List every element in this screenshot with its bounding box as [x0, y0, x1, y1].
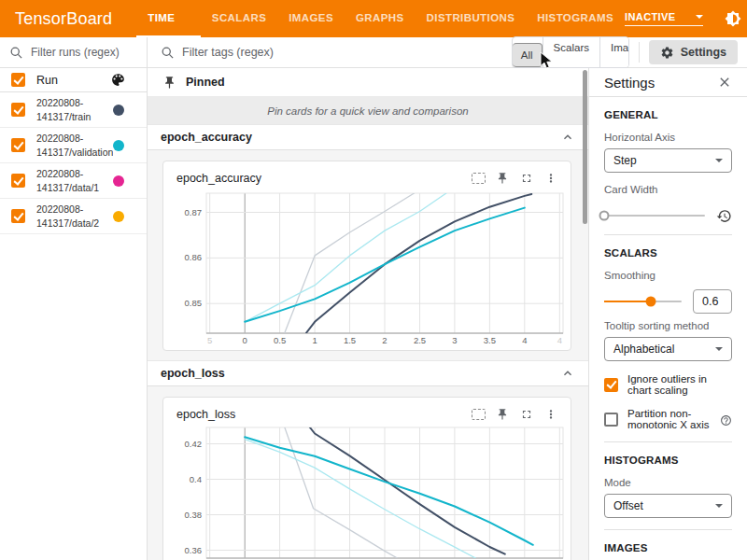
slider-thumb[interactable]: [599, 211, 610, 221]
filter-image-button[interactable]: Image: [599, 37, 629, 67]
epoch-accuracy-card: epoch_accuracy 0.850.860.8700.511.522.53…: [162, 161, 571, 351]
card-width-slider[interactable]: [604, 215, 705, 217]
tooltip-sorting-value: Alphabetical: [613, 343, 715, 356]
scrollbar-thumb[interactable]: [583, 70, 587, 224]
run-row[interactable]: 20220808-141317/validation: [0, 128, 147, 163]
filter-runs-input[interactable]: [31, 46, 137, 59]
fullscreen-icon[interactable]: [516, 170, 537, 187]
svg-text:3.5: 3.5: [484, 335, 496, 345]
settings-panel: Settings GENERAL Horizontal Axis Step Ca…: [588, 68, 747, 560]
tab-graphs[interactable]: GRAPHS: [345, 0, 416, 37]
caret-down-icon: [715, 159, 723, 162]
filter-runs-row: [0, 37, 147, 68]
run-name-line1: 20220808-: [36, 203, 83, 215]
tensorboard-app: TensorBoard TIME SERIES SCALARS IMAGES G…: [0, 0, 747, 560]
chevron-up-icon[interactable]: [560, 366, 575, 381]
fit-domain-icon[interactable]: [468, 170, 488, 187]
status-dropdown[interactable]: INACTIVE: [625, 11, 703, 26]
epoch-loss-card: epoch_loss 0.360.380.40.4200.511.522.533…: [162, 397, 571, 560]
run-checkbox[interactable]: [11, 174, 25, 188]
run-list-header: Run: [0, 68, 147, 92]
gear-icon: [660, 46, 674, 60]
section-heading: HISTOGRAMS: [604, 455, 732, 466]
help-icon[interactable]: [720, 413, 732, 426]
pin-card-icon[interactable]: [492, 170, 513, 187]
tab-scalars[interactable]: SCALARS: [201, 0, 277, 37]
svg-text:0.4: 0.4: [190, 474, 202, 484]
partition-x-axis-checkbox[interactable]: [604, 413, 618, 427]
epoch-accuracy-chart[interactable]: 0.850.860.8700.511.522.533.5454: [171, 189, 567, 346]
tab-histograms[interactable]: HISTOGRAMS: [526, 0, 625, 37]
tab-images[interactable]: IMAGES: [277, 0, 345, 37]
run-row[interactable]: 20220808-141317/train: [0, 92, 147, 128]
slider-thumb[interactable]: [645, 297, 655, 307]
more-options-icon[interactable]: [541, 170, 561, 187]
run-checkbox[interactable]: [11, 209, 25, 223]
settings-button[interactable]: Settings: [649, 40, 738, 64]
histogram-mode-select[interactable]: Offset: [604, 494, 732, 518]
card-title: epoch_loss: [176, 408, 464, 421]
svg-text:0: 0: [243, 335, 247, 345]
section-heading: SCALARS: [604, 247, 732, 259]
svg-text:0.85: 0.85: [185, 298, 203, 308]
filter-tags-input[interactable]: [182, 46, 504, 59]
pin-card-icon[interactable]: [492, 406, 513, 423]
pin-icon: [162, 76, 176, 90]
pinned-header: Pinned: [148, 68, 588, 97]
run-checkbox[interactable]: [11, 138, 25, 152]
settings-button-label: Settings: [681, 46, 726, 59]
smoothing-value-input[interactable]: [693, 289, 732, 314]
run-name-line2: 141317/validation: [36, 147, 113, 158]
main-nav: TIME SERIES SCALARS IMAGES GRAPHS DISTRI…: [136, 0, 625, 37]
ignore-outliers-row[interactable]: Ignore outliers in chart scaling: [604, 373, 732, 396]
filter-all-button[interactable]: All: [513, 43, 543, 67]
filter-scalars-button[interactable]: Scalars: [543, 37, 599, 67]
svg-text:1.5: 1.5: [344, 335, 356, 345]
run-master-checkbox[interactable]: [11, 73, 25, 87]
palette-icon[interactable]: [110, 72, 126, 88]
smoothing-label: Smoothing: [604, 270, 732, 281]
section-header-epoch-accuracy[interactable]: epoch_accuracy: [148, 124, 588, 150]
fullscreen-icon[interactable]: [516, 406, 537, 423]
fit-domain-icon[interactable]: [468, 406, 488, 423]
partition-x-axis-row[interactable]: Partition non-monotonic X axis: [604, 408, 732, 430]
settings-section-general: GENERAL Horizontal Axis Step Card Width: [604, 97, 732, 235]
run-color-dot: [113, 140, 124, 151]
settings-section-images: IMAGES Brightness Contrast: [604, 530, 732, 560]
run-color-dot: [113, 175, 124, 187]
close-icon[interactable]: [717, 75, 732, 90]
ignore-outliers-checkbox[interactable]: [604, 378, 618, 392]
horizontal-axis-value: Step: [613, 154, 715, 167]
tab-time-series[interactable]: TIME SERIES: [136, 0, 201, 37]
run-row[interactable]: 20220808-141317/data/2: [0, 199, 147, 234]
app-header: TensorBoard TIME SERIES SCALARS IMAGES G…: [0, 0, 747, 37]
svg-text:1: 1: [312, 335, 317, 345]
horizontal-axis-label: Horizontal Axis: [604, 132, 732, 143]
section-header-epoch-loss[interactable]: epoch_loss: [148, 360, 588, 386]
reset-icon[interactable]: [716, 208, 732, 224]
card-title: epoch_accuracy: [176, 172, 464, 185]
section-title: epoch_accuracy: [161, 131, 560, 144]
tags-toolbar: All Scalars Image Histogram Settings: [148, 37, 747, 68]
caret-down-icon: [715, 504, 723, 508]
epoch-loss-chart[interactable]: 0.360.380.40.4200.511.522.533.5454: [171, 426, 567, 560]
svg-text:0.86: 0.86: [185, 252, 203, 262]
settings-section-scalars: SCALARS Smoothing Tooltip sorting method…: [604, 235, 732, 442]
run-name-line1: 20220808-: [36, 133, 83, 144]
run-name-line1: 20220808-: [36, 168, 83, 179]
theme-toggle-icon[interactable]: [725, 10, 741, 27]
run-color-dot: [113, 211, 124, 222]
ignore-outliers-label: Ignore outliers in chart scaling: [627, 373, 732, 396]
chevron-up-icon[interactable]: [560, 130, 575, 145]
search-icon: [161, 46, 175, 60]
smoothing-slider[interactable]: [604, 301, 682, 302]
partition-x-axis-label: Partition non-monotonic X axis: [627, 408, 715, 430]
run-color-dot: [113, 105, 124, 116]
more-options-icon[interactable]: [541, 406, 561, 423]
run-name-line2: 141317/data/2: [36, 217, 99, 229]
run-checkbox[interactable]: [11, 103, 25, 117]
tab-distributions[interactable]: DISTRIBUTIONS: [416, 0, 527, 37]
horizontal-axis-select[interactable]: Step: [604, 148, 732, 173]
tooltip-sorting-select[interactable]: Alphabetical: [604, 337, 732, 361]
run-row[interactable]: 20220808-141317/data/1: [0, 163, 147, 199]
